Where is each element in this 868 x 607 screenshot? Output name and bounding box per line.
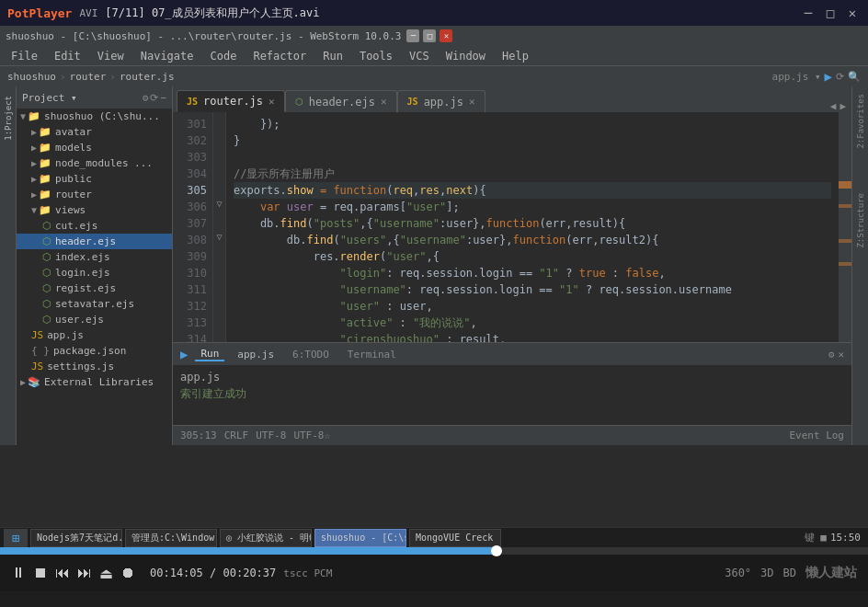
progress-bar[interactable] xyxy=(0,547,868,555)
open-btn[interactable]: ⏏ xyxy=(99,565,113,582)
run-icon[interactable]: ▶ xyxy=(825,69,832,84)
event-log[interactable]: Event Log xyxy=(789,429,844,441)
scroll-left-icon[interactable]: ◀ xyxy=(830,100,837,112)
taskbar-item-cmd[interactable]: 管理员:C:\Window... xyxy=(125,529,217,547)
breadcrumb-root[interactable]: shuoshuo xyxy=(7,71,56,83)
prev-btn[interactable]: ⏮ xyxy=(55,565,70,581)
build-icon[interactable]: ⟳ xyxy=(836,71,844,83)
tree-package-json[interactable]: { } package.json xyxy=(17,343,172,359)
code-line-309: res.render("user",{ xyxy=(234,248,831,265)
tab-close-app[interactable]: ✕ xyxy=(469,96,475,108)
window-controls[interactable]: ─ □ ✕ xyxy=(800,6,861,20)
run-play-icon[interactable]: ▶ xyxy=(180,347,188,361)
status-right: Event Log xyxy=(789,429,844,441)
sidebar-gear[interactable]: ⚙ xyxy=(143,92,149,104)
ws-minimize[interactable]: ─ xyxy=(406,29,419,42)
tab-close-router[interactable]: ✕ xyxy=(268,96,275,108)
ws-title: shuoshuo - [C:\shuoshuo] - ...\router\ro… xyxy=(6,30,401,42)
search-icon[interactable]: 🔍 xyxy=(848,71,861,83)
tree-user-ejs[interactable]: ⬡ user.ejs xyxy=(17,312,172,327)
code-line-306: var user = req.params["user"]; xyxy=(234,199,831,215)
tree-header-ejs[interactable]: ⬡ header.ejs xyxy=(17,234,172,249)
tree-external-libs[interactable]: ▶ 📚 External Libraries xyxy=(17,374,172,390)
maximize-btn[interactable]: □ xyxy=(822,6,839,20)
status-crlf: CRLF xyxy=(224,429,249,441)
3d-info: 3D xyxy=(760,567,773,579)
tree-cut-ejs[interactable]: ⬡ cut.ejs xyxy=(17,218,172,234)
menu-help[interactable]: Help xyxy=(495,48,536,64)
run-tab-run[interactable]: Run xyxy=(195,348,224,361)
menu-view[interactable]: View xyxy=(90,48,131,64)
taskbar-item-nodejs[interactable]: Nodejs第7天笔记d... xyxy=(30,529,122,547)
code-editor[interactable]: 301 302 303 304 305 306 307 308 309 310 … xyxy=(173,112,851,342)
run-line-1: app.js xyxy=(180,369,844,385)
structure-tab[interactable]: Z:Structure xyxy=(856,189,865,252)
scroll-right-icon[interactable]: ▶ xyxy=(839,100,846,112)
run-tab-appjs[interactable]: app.js xyxy=(232,349,280,361)
taskbar-item-mongo[interactable]: MongoVUE Creck ... xyxy=(409,529,501,547)
taskbar-item-webstorm[interactable]: shuoshuo - [C:\shu... xyxy=(314,529,406,547)
tree-router[interactable]: ▶ 📁 router xyxy=(17,187,172,202)
minimize-btn[interactable]: ─ xyxy=(800,6,817,20)
tab-close-header[interactable]: ✕ xyxy=(381,96,387,108)
run-panel-header: ▶ Run app.js 6:TODO Terminal ⚙ ✕ xyxy=(173,343,851,365)
menu-file[interactable]: File xyxy=(4,48,45,64)
play-pause-btn[interactable]: ⏸ xyxy=(11,565,26,581)
code-content[interactable]: }); } //显示所有注册用户 exports.show = function… xyxy=(226,112,839,342)
breadcrumb-file[interactable]: router.js xyxy=(120,71,175,83)
ws-maximize[interactable]: □ xyxy=(423,29,436,42)
tree-login-ejs[interactable]: ⬡ login.ejs xyxy=(17,265,172,281)
run-settings-icon[interactable]: ⚙ xyxy=(828,349,835,361)
sidebar-sync[interactable]: ⟳ xyxy=(150,92,158,104)
menu-tools[interactable]: Tools xyxy=(352,48,400,64)
menu-navigate[interactable]: Navigate xyxy=(133,48,201,64)
tab-label-router: router.js xyxy=(203,95,263,108)
tree-shuoshuo[interactable]: ▼ 📁 shuoshuo (C:\shu... xyxy=(17,109,172,124)
tab-bar: JS router.js ✕ ⬡ header.ejs ✕ JS app.js … xyxy=(173,86,851,112)
code-line-312: "user" : user, xyxy=(234,298,831,315)
tree-setavatar-ejs[interactable]: ⬡ setavatar.ejs xyxy=(17,296,172,312)
watermark: 懒人建站 xyxy=(805,565,857,581)
tree-app-js[interactable]: JS app.js xyxy=(17,327,172,343)
next-btn[interactable]: ⏭ xyxy=(77,565,92,581)
scrollbar-right[interactable] xyxy=(839,112,851,342)
project-tab[interactable]: 1:Project xyxy=(2,90,15,146)
tree-index-ejs[interactable]: ⬡ index.ejs xyxy=(17,249,172,265)
menu-refactor[interactable]: Refactor xyxy=(246,48,314,64)
tab-router-js[interactable]: JS router.js ✕ xyxy=(177,90,285,112)
ws-close[interactable]: ✕ xyxy=(440,29,452,42)
current-time: 00:14:05 xyxy=(150,567,203,579)
run-panel: ▶ Run app.js 6:TODO Terminal ⚙ ✕ app.js xyxy=(173,342,851,425)
favorites-tab[interactable]: 2:Favorites xyxy=(856,90,865,153)
menu-run[interactable]: Run xyxy=(315,48,350,64)
record-btn[interactable]: ⏺ xyxy=(120,565,135,581)
breadcrumb-router[interactable]: router xyxy=(70,71,107,83)
tab-app-js[interactable]: JS app.js ✕ xyxy=(397,90,485,112)
close-btn[interactable]: ✕ xyxy=(844,6,861,20)
ws-window-controls[interactable]: ─ □ ✕ xyxy=(406,29,452,42)
start-button[interactable]: ⊞ xyxy=(4,529,28,547)
tree-node-modules[interactable]: ▶ 📁 node_modules ... xyxy=(17,155,172,171)
video-title: [7/11] 07_成员列表和用户个人主页.avi xyxy=(105,6,793,21)
stop-btn[interactable]: ⏹ xyxy=(33,565,48,581)
sidebar-collapse[interactable]: − xyxy=(160,92,166,104)
run-close-icon[interactable]: ✕ xyxy=(838,349,844,361)
taskbar-item-browser[interactable]: ◎ 小红胶说说 - 明敏... xyxy=(220,529,312,547)
tree-regist-ejs[interactable]: ⬡ regist.ejs xyxy=(17,281,172,296)
tab-toolbar: ◀ ▶ xyxy=(830,100,851,112)
tree-models[interactable]: ▶ 📁 models xyxy=(17,140,172,155)
run-tab-todo[interactable]: 6:TODO xyxy=(287,349,335,361)
code-line-314: "cirenshuoshuo" : result, xyxy=(234,331,831,342)
menu-vcs[interactable]: VCS xyxy=(402,48,437,64)
tree-views[interactable]: ▼ 📁 views xyxy=(17,202,172,218)
tree-settings-js[interactable]: JS settings.js xyxy=(17,359,172,374)
menu-edit[interactable]: Edit xyxy=(47,48,88,64)
menu-code[interactable]: Code xyxy=(203,48,245,64)
progress-thumb[interactable] xyxy=(491,545,502,556)
tree-avatar[interactable]: ▶ 📁 avatar xyxy=(17,124,172,140)
tab-header-ejs[interactable]: ⬡ header.ejs ✕ xyxy=(285,90,397,112)
tree-public[interactable]: ▶ 📁 public xyxy=(17,171,172,187)
menu-window[interactable]: Window xyxy=(439,48,493,64)
run-tab-terminal[interactable]: Terminal xyxy=(342,349,402,361)
format-badge: AVI xyxy=(79,7,97,19)
